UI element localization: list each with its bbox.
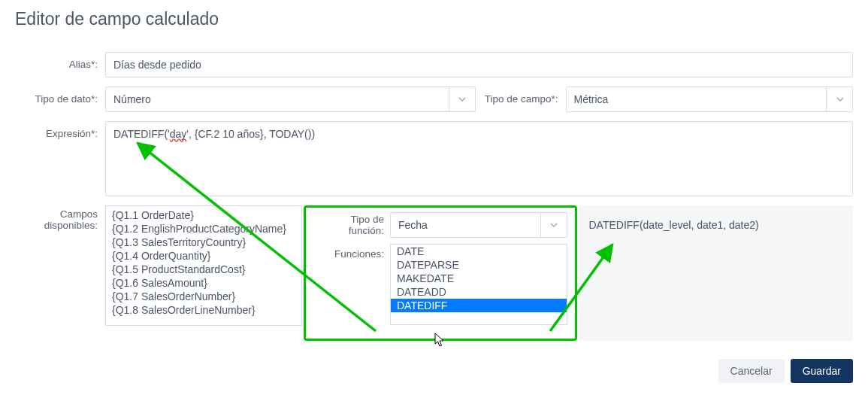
- alias-label: Alias*:: [15, 52, 105, 70]
- list-item[interactable]: {Q1.4 OrderQuantity}: [106, 249, 301, 263]
- list-item[interactable]: DATEPARSE: [391, 258, 567, 272]
- functions-label: Funciones:: [313, 244, 390, 260]
- list-item[interactable]: {Q1.7 SalesOrderNumber}: [106, 290, 301, 303]
- list-item[interactable]: DATE: [391, 245, 567, 258]
- list-item[interactable]: DATEDIFF: [391, 299, 567, 312]
- func-type-label: Tipo de función:: [313, 214, 390, 236]
- functions-list[interactable]: DATEDATEPARSEMAKEDATEDATEADDDATEDIFF: [390, 244, 567, 325]
- alias-input[interactable]: [105, 52, 853, 77]
- list-item[interactable]: DATEADD: [391, 285, 567, 299]
- expression-input[interactable]: DATEDIFF('day', {CF.2 10 años}, TODAY()): [105, 121, 853, 196]
- available-fields-label: Campos disponibles:: [15, 205, 105, 231]
- list-item[interactable]: {Q1.1 OrderDate}: [106, 208, 301, 222]
- list-item[interactable]: {Q1.6 SalesAmount}: [106, 276, 301, 290]
- page-title: Editor de campo calculado: [15, 9, 853, 29]
- list-item[interactable]: MAKEDATE: [391, 272, 567, 285]
- list-item[interactable]: {Q1.2 EnglishProductCategoryName}: [106, 222, 301, 235]
- func-type-select[interactable]: Fecha: [390, 212, 567, 238]
- functions-panel: Tipo de función: Fecha Funciones: DATEDA…: [304, 205, 577, 341]
- function-signature: DATEDIFF(date_level, date1, date2): [579, 205, 854, 341]
- fieldtype-select[interactable]: Métrica: [566, 87, 854, 112]
- available-fields-list[interactable]: {Q1.1 OrderDate}{Q1.2 EnglishProductCate…: [105, 205, 302, 326]
- list-item[interactable]: {Q1.5 ProductStandardCost}: [106, 263, 301, 276]
- fieldtype-label: Tipo de campo*:: [483, 87, 566, 112]
- expression-label: Expresión*:: [15, 121, 105, 139]
- list-item[interactable]: {Q1.8 SalesOrderLineNumber}: [106, 303, 301, 317]
- save-button[interactable]: Guardar: [791, 359, 853, 383]
- datatype-label: Tipo de dato*:: [15, 87, 105, 105]
- cancel-button[interactable]: Cancelar: [718, 359, 785, 383]
- datatype-select[interactable]: Número: [105, 87, 476, 112]
- list-item[interactable]: {Q1.3 SalesTerritoryCountry}: [106, 235, 301, 249]
